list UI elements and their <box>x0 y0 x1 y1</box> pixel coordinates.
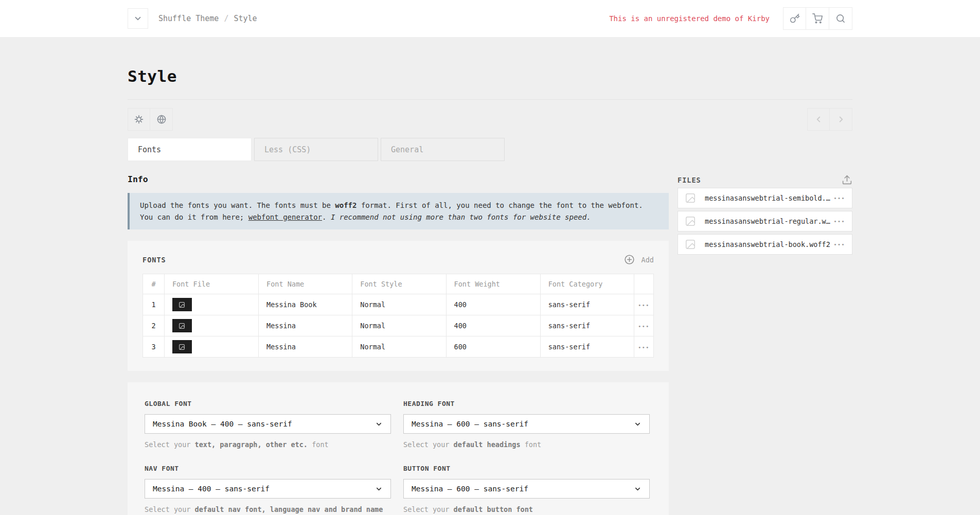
fonts-section-title: FONTS <box>142 256 166 264</box>
font-style-cell: Normal <box>352 315 446 336</box>
column-header-font-weight: Font Weight <box>446 274 540 294</box>
topbar-icon-group <box>783 7 852 30</box>
chevron-down-icon <box>375 420 383 428</box>
image-icon <box>179 344 185 350</box>
tab-fonts[interactable]: Fonts <box>128 138 252 161</box>
info-bold-woff2: woff2 <box>335 201 357 209</box>
font-name-cell: Messina <box>259 336 352 358</box>
search-button[interactable] <box>829 7 852 30</box>
table-row: 1 Messina Book Normal 400 sans-serif ••• <box>143 294 654 315</box>
file-item[interactable]: messinasanswebtrial-book.woff2 ••• <box>678 234 852 255</box>
field-help: Select your default headings font <box>403 440 650 449</box>
next-page-button[interactable] <box>830 108 852 131</box>
file-options-button[interactable]: ••• <box>833 196 845 201</box>
languages-button[interactable] <box>150 108 173 131</box>
webfont-generator-link[interactable]: webfont generator <box>248 213 322 221</box>
breadcrumb-parent[interactable]: Shuffle Theme <box>158 14 219 23</box>
files-section-title: FILES <box>678 176 701 184</box>
column-header-font-category: Font Category <box>540 274 634 294</box>
button-font-label: BUTTON FONT <box>403 465 650 472</box>
column-header-font-file: Font File <box>164 274 258 294</box>
chevron-down-icon <box>375 485 383 493</box>
nav-font-select[interactable]: Messina – 400 – sans-serif <box>145 479 391 499</box>
button-font-field: BUTTON FONT Messina – 600 – sans-serif S… <box>403 465 650 513</box>
image-icon <box>685 239 696 250</box>
column-header-actions <box>634 274 654 294</box>
select-value: Messina Book – 400 – sans-serif <box>153 420 292 428</box>
heading-font-select[interactable]: Messina – 600 – sans-serif <box>403 414 650 434</box>
info-text: You can do it from here; <box>140 213 248 221</box>
buy-button[interactable] <box>806 7 829 30</box>
page-title: Style <box>128 67 852 85</box>
fonts-table: # Font File Font Name Font Style Font We… <box>142 274 654 358</box>
column-header-num: # <box>143 274 165 294</box>
global-font-select[interactable]: Messina Book – 400 – sans-serif <box>145 414 391 434</box>
heading-font-label: HEADING FONT <box>403 400 650 407</box>
font-category-cell: sans-serif <box>540 294 634 315</box>
chevron-left-icon <box>814 115 823 124</box>
prev-page-button[interactable] <box>807 108 830 131</box>
page-menu-button[interactable] <box>128 8 148 29</box>
register-button[interactable] <box>783 7 806 30</box>
font-settings-section: GLOBAL FONT Messina Book – 400 – sans-se… <box>128 382 669 515</box>
font-category-cell: sans-serif <box>540 336 634 358</box>
settings-button[interactable] <box>128 108 150 131</box>
add-button-label: Add <box>642 256 654 264</box>
file-item[interactable]: messinasanswebtrial-semibold.… ••• <box>678 188 852 208</box>
tab-general[interactable]: General <box>381 138 505 161</box>
file-name: messinasanswebtrial-book.woff2 <box>705 240 833 248</box>
chevron-down-icon <box>133 14 142 23</box>
image-icon <box>179 323 185 329</box>
row-options-button[interactable]: ••• <box>634 303 653 308</box>
breadcrumb-current[interactable]: Style <box>234 14 257 23</box>
font-file-thumbnail[interactable] <box>172 298 192 311</box>
font-weight-cell: 400 <box>446 315 540 336</box>
font-weight-cell: 600 <box>446 336 540 358</box>
upload-file-button[interactable] <box>842 174 852 185</box>
info-text: format. First of all, you need to change… <box>357 201 643 209</box>
gear-icon <box>134 114 144 125</box>
font-weight-cell: 400 <box>446 294 540 315</box>
font-name-cell: Messina Book <box>259 294 352 315</box>
select-value: Messina – 400 – sans-serif <box>153 485 270 493</box>
file-name: messinasanswebtrial-regular.w… <box>705 217 833 225</box>
fonts-section: FONTS Add # Font File Font Name <box>128 241 669 371</box>
image-icon <box>685 216 696 227</box>
table-row: 2 Messina Normal 400 sans-serif ••• <box>143 315 654 336</box>
nav-font-label: NAV FONT <box>145 465 391 472</box>
file-options-button[interactable]: ••• <box>833 242 845 247</box>
font-file-thumbnail[interactable] <box>172 319 192 332</box>
button-font-select[interactable]: Messina – 600 – sans-serif <box>403 479 650 499</box>
heading-font-field: HEADING FONT Messina – 600 – sans-serif … <box>403 400 650 449</box>
font-category-cell: sans-serif <box>540 315 634 336</box>
chevron-down-icon <box>634 485 642 493</box>
chevron-down-icon <box>634 420 642 428</box>
column-header-font-name: Font Name <box>259 274 352 294</box>
file-options-button[interactable]: ••• <box>833 219 845 224</box>
font-style-cell: Normal <box>352 294 446 315</box>
row-number: 1 <box>143 294 165 315</box>
tab-less-css[interactable]: Less (CSS) <box>254 138 378 161</box>
font-file-thumbnail[interactable] <box>172 340 192 353</box>
font-style-cell: Normal <box>352 336 446 358</box>
column-header-font-style: Font Style <box>352 274 446 294</box>
select-value: Messina – 600 – sans-serif <box>412 420 528 428</box>
plus-circle-icon <box>624 254 635 265</box>
font-name-cell: Messina <box>259 315 352 336</box>
field-help: Select your text, paragraph, other etc. … <box>145 440 391 449</box>
page-toolbar <box>128 108 852 131</box>
row-number: 3 <box>143 336 165 358</box>
row-options-button[interactable]: ••• <box>634 324 653 329</box>
field-help: Select your default nav font, language n… <box>145 505 391 513</box>
file-item[interactable]: messinasanswebtrial-regular.w… ••• <box>678 211 852 232</box>
topbar: Shuffle Theme / Style This is an unregis… <box>0 0 980 37</box>
upload-icon <box>842 174 852 185</box>
row-options-button[interactable]: ••• <box>634 345 653 350</box>
info-heading: Info <box>128 174 669 184</box>
info-box: Upload the fonts you want. The fonts mus… <box>128 193 669 229</box>
add-font-button[interactable]: Add <box>624 254 654 265</box>
file-name: messinasanswebtrial-semibold.… <box>705 194 833 202</box>
global-font-label: GLOBAL FONT <box>145 400 391 407</box>
unregistered-demo-notice: This is an unregistered demo of Kirby <box>609 14 770 23</box>
row-number: 2 <box>143 315 165 336</box>
